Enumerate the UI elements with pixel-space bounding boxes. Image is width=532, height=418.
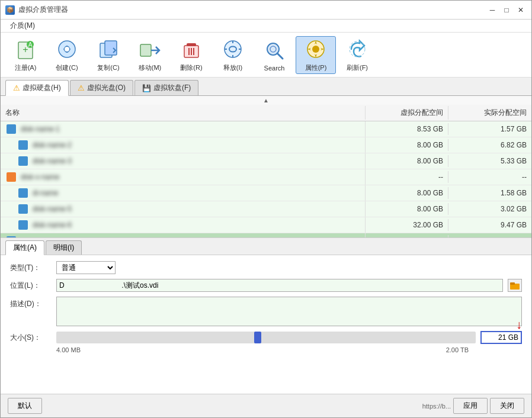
svg-rect-8: [140, 44, 151, 56]
tab-optical-label: 虚拟光盘(O): [87, 83, 126, 93]
main-window: 📦 虚拟介质管理器 ─ □ ✕ 介质(M) + A 注册(A): [0, 0, 532, 418]
toolbar-create-button[interactable]: 创建(C): [47, 36, 87, 74]
disk-icon: [17, 219, 29, 231]
collapse-row[interactable]: ▲: [1, 96, 531, 105]
optical-warning-icon: ⚠: [78, 83, 85, 92]
size-input-container: ↓: [480, 331, 522, 344]
row-actual: --: [448, 171, 531, 183]
svg-rect-7: [105, 41, 117, 55]
size-slider[interactable]: [56, 332, 476, 343]
window-title: 虚拟介质管理器: [18, 5, 68, 15]
table-row[interactable]: 测试os.vdi 20.24 GB 7.48 GB: [1, 233, 531, 238]
size-min-label: 4.00 MB: [56, 346, 81, 353]
search-label: Search: [264, 65, 285, 72]
close-dialog-button[interactable]: 关闭: [490, 398, 524, 414]
type-select[interactable]: 普通 固定 差分: [56, 261, 116, 274]
copy-icon: [97, 37, 120, 61]
row-actual: 6.82 GB: [448, 139, 531, 151]
menu-item-media[interactable]: 介质(M): [5, 20, 40, 32]
row-name-cell: disk-name-6: [1, 217, 366, 233]
type-row: 类型(T)： 普通 固定 差分: [10, 261, 522, 274]
toolbar-properties-button[interactable]: 属性(P): [296, 36, 336, 74]
tab-hdd-label: 虚拟硬盘(H): [23, 83, 61, 93]
disk-icon: [5, 123, 17, 135]
table-row[interactable]: di-name 8.00 GB 1.58 GB: [1, 185, 531, 201]
disk-icon: [5, 171, 17, 183]
table-row[interactable]: disk-name-5 8.00 GB 3.02 GB: [1, 201, 531, 217]
close-button[interactable]: ✕: [515, 5, 527, 15]
table-row[interactable]: disk-name-1 8.53 GB 1.57 GB: [1, 121, 531, 137]
desc-label: 描述(D)：: [10, 297, 52, 309]
toolbar-release-button[interactable]: 释放(I): [213, 36, 253, 74]
svg-point-19: [312, 46, 319, 53]
disk-icon: [17, 187, 29, 199]
svg-rect-10: [187, 43, 196, 46]
row-virtual: 8.00 GB: [366, 203, 448, 215]
row-actual: 1.58 GB: [448, 187, 531, 199]
red-arrow-icon: ↓: [516, 318, 522, 332]
footer-url-text: https://b...: [422, 403, 451, 410]
col-header-name: 名称: [1, 106, 366, 120]
size-input[interactable]: [480, 331, 522, 344]
footer: 默认 https://b... 应用 关闭: [1, 394, 531, 417]
table-row[interactable]: disk-name-6 32.00 GB 9.47 GB: [1, 217, 531, 233]
row-name-cell: disk-name-2: [1, 137, 366, 153]
footer-left: 默认: [8, 398, 42, 414]
toolbar-refresh-button[interactable]: 刷新(F): [337, 36, 377, 74]
minimize-button[interactable]: ─: [486, 5, 498, 15]
maximize-button[interactable]: □: [501, 5, 512, 15]
row-actual: 1.57 GB: [448, 123, 531, 135]
toolbar-search-button[interactable]: Search: [254, 36, 294, 74]
prop-tab-detail[interactable]: 明细(I): [46, 240, 82, 255]
default-button[interactable]: 默认: [8, 398, 42, 414]
svg-rect-22: [18, 140, 28, 150]
toolbar-register-button[interactable]: + A 注册(A): [5, 36, 46, 74]
prop-tab-attr[interactable]: 属性(A): [5, 240, 44, 255]
size-max-label: 2.00 TB: [446, 346, 469, 353]
table-row[interactable]: disk-name-3 8.00 GB 5.33 GB: [1, 153, 531, 169]
apply-button[interactable]: 应用: [453, 398, 488, 414]
svg-point-14: [225, 41, 241, 57]
row-virtual: 8.00 GB: [366, 187, 448, 199]
row-name-cell: disk-name-3: [1, 153, 366, 169]
svg-point-5: [65, 47, 69, 52]
tab-floppy[interactable]: 💾 虚拟软盘(F): [134, 80, 198, 95]
row-name-text: disk-name-3: [33, 157, 72, 165]
table-row[interactable]: disk-v-name -- --: [1, 169, 531, 185]
browse-button[interactable]: [508, 279, 522, 292]
title-bar-left: 📦 虚拟介质管理器: [5, 5, 68, 15]
desc-textarea[interactable]: [56, 297, 522, 326]
menu-bar: 介质(M): [1, 20, 531, 33]
register-icon: + A: [14, 37, 37, 61]
row-name-cell: disk-v-name: [1, 169, 366, 185]
properties-icon: [304, 37, 328, 61]
row-name-cell: disk-name-1: [1, 121, 366, 137]
location-row: 位置(L)：: [10, 279, 522, 292]
svg-rect-21: [7, 124, 16, 134]
toolbar-delete-button[interactable]: 删除(R): [171, 36, 211, 74]
toolbar: + A 注册(A) 创建(C): [1, 33, 531, 78]
table-header: 名称 虚拟分配空间 实际分配空间: [1, 105, 531, 121]
register-label: 注册(A): [15, 63, 37, 72]
hdd-warning-icon: ⚠: [13, 83, 20, 92]
row-name-text: disk-name-2: [33, 141, 72, 149]
size-row: 大小(S)： ↓: [10, 331, 522, 344]
table-row[interactable]: disk-name-2 8.00 GB 6.82 GB: [1, 137, 531, 153]
location-input[interactable]: [56, 279, 503, 292]
row-actual: 9.47 GB: [448, 219, 531, 231]
toolbar-move-button[interactable]: 移动(M): [130, 36, 170, 74]
size-range-labels: 4.00 MB 2.00 TB: [10, 346, 522, 353]
search-icon: [262, 38, 286, 62]
tab-optical[interactable]: ⚠ 虚拟光盘(O): [70, 80, 133, 95]
window-icon: 📦: [5, 5, 15, 15]
release-icon: [221, 37, 245, 61]
move-label: 移动(M): [139, 63, 162, 72]
size-section: 大小(S)： ↓ 4.00 MB 2.00 TB: [10, 331, 522, 353]
folder-icon: [510, 281, 520, 290]
tab-hdd[interactable]: ⚠ 虚拟硬盘(H): [5, 80, 69, 96]
svg-line-16: [277, 53, 283, 59]
release-label: 释放(I): [223, 63, 242, 72]
footer-right: https://b... 应用 关闭: [422, 398, 524, 414]
toolbar-copy-button[interactable]: 复制(C): [88, 36, 129, 74]
row-virtual: 32.00 GB: [366, 219, 448, 231]
